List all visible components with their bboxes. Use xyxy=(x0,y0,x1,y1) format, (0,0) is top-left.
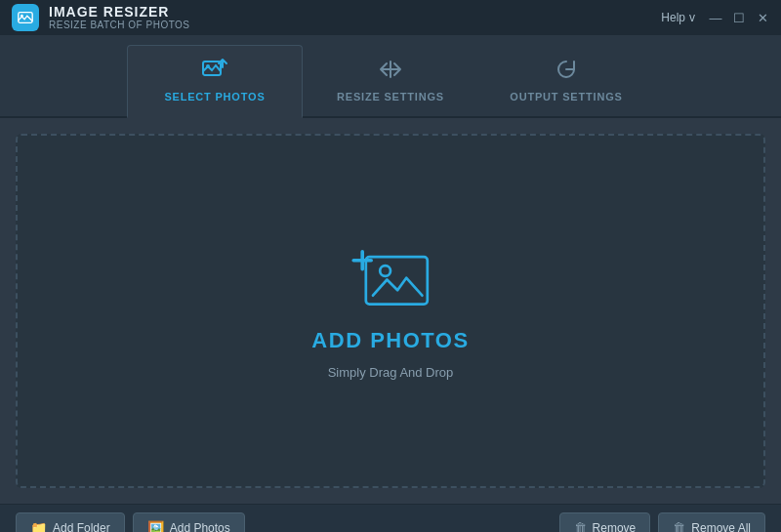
tab-resize-settings[interactable]: RESIZE SETTINGS xyxy=(303,45,478,116)
remove-icon: 🗑 xyxy=(574,520,587,532)
resize-settings-icon xyxy=(377,58,404,85)
title-text: IMAGE RESIZER RESIZE BATCH OF PHOTOS xyxy=(49,4,190,32)
svg-point-7 xyxy=(380,266,390,276)
svg-point-1 xyxy=(21,15,23,18)
output-settings-icon xyxy=(553,58,580,85)
tab-select-photos-label: SELECT PHOTOS xyxy=(164,91,265,102)
minimize-button[interactable]: — xyxy=(709,11,722,24)
tab-select-photos[interactable]: SELECT PHOTOS xyxy=(127,45,303,118)
title-bar: IMAGE RESIZER RESIZE BATCH OF PHOTOS Hel… xyxy=(0,0,781,35)
svg-point-3 xyxy=(206,64,210,68)
add-folder-label: Add Folder xyxy=(53,521,110,533)
drop-icon xyxy=(347,243,434,316)
help-label: Help xyxy=(661,11,685,24)
tab-output-settings[interactable]: OUTPUT SETTINGS xyxy=(478,45,654,116)
drag-drop-label: Simply Drag And Drop xyxy=(328,365,454,380)
app-subtitle: RESIZE BATCH OF PHOTOS xyxy=(49,20,190,31)
add-photos-button[interactable]: 🖼️ Add Photos xyxy=(133,512,245,533)
photo-icon: 🖼️ xyxy=(147,520,164,533)
bottom-toolbar: 📁 Add Folder 🖼️ Add Photos 🗑 Remove 🗑 Re… xyxy=(0,504,781,532)
right-buttons: 🗑 Remove 🗑 Remove All xyxy=(559,512,765,532)
tab-resize-settings-label: RESIZE SETTINGS xyxy=(337,91,444,102)
select-photos-icon xyxy=(201,58,228,85)
remove-all-button[interactable]: 🗑 Remove All xyxy=(658,512,765,532)
tab-bar: SELECT PHOTOS RESIZE SETTINGS OUTPUT SET… xyxy=(0,35,781,118)
drop-zone[interactable]: ADD PHOTOS Simply Drag And Drop xyxy=(16,134,765,488)
add-photos-label: Add Photos xyxy=(170,521,230,533)
window-controls: — ☐ ✕ xyxy=(709,11,769,24)
maximize-button[interactable]: ☐ xyxy=(732,11,746,24)
app-icon xyxy=(12,4,39,31)
remove-label: Remove xyxy=(593,521,637,533)
tab-output-settings-label: OUTPUT SETTINGS xyxy=(510,91,622,102)
title-bar-right: Help v — ☐ ✕ xyxy=(661,11,769,24)
main-content: ADD PHOTOS Simply Drag And Drop xyxy=(0,118,781,504)
svg-rect-6 xyxy=(366,257,428,305)
left-buttons: 📁 Add Folder 🖼️ Add Photos xyxy=(16,512,245,533)
remove-all-label: Remove All xyxy=(691,521,751,533)
remove-all-icon: 🗑 xyxy=(673,520,685,532)
remove-button[interactable]: 🗑 Remove xyxy=(559,512,651,532)
close-button[interactable]: ✕ xyxy=(756,11,769,24)
help-chevron: v xyxy=(689,11,695,24)
add-folder-button[interactable]: 📁 Add Folder xyxy=(16,512,125,533)
add-photos-label: ADD PHOTOS xyxy=(311,328,469,353)
help-button[interactable]: Help v xyxy=(661,11,695,24)
folder-icon: 📁 xyxy=(30,520,47,533)
title-bar-left: IMAGE RESIZER RESIZE BATCH OF PHOTOS xyxy=(12,4,190,32)
app-title: IMAGE RESIZER xyxy=(49,4,190,20)
